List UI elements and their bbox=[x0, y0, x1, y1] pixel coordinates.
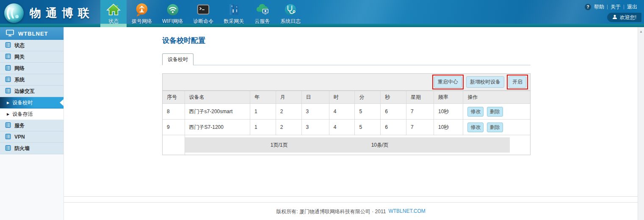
sidebar-item-label: 设备存活 bbox=[12, 111, 33, 118]
list-icon bbox=[5, 122, 11, 129]
annotation-box-restart: 重启中心 bbox=[432, 75, 464, 89]
cell-seq: 9 bbox=[163, 120, 185, 135]
nav-item-wifi-network[interactable]: WIFI网络 bbox=[157, 0, 188, 27]
toolbar: 重启中心 新增校时设备 开启 bbox=[163, 74, 530, 91]
sidebar-item-label: 防火墙 bbox=[14, 145, 30, 152]
user-icon bbox=[612, 14, 617, 21]
nav-item-system-log[interactable]: 系统日志 bbox=[275, 0, 306, 27]
triangle-right-icon: ▶ bbox=[7, 101, 9, 105]
cell-day: 3 bbox=[301, 120, 329, 135]
sidebar-subitem-device-timing[interactable]: ▶ 设备校时 bbox=[0, 97, 64, 109]
nav-item-dial-network[interactable]: 拨号网络 bbox=[127, 0, 157, 27]
sidebar-item-firewall[interactable]: 防火墙 bbox=[0, 143, 64, 154]
sidebar-item-system[interactable]: 系统 bbox=[0, 74, 64, 86]
welcome-badge: 欢迎您! bbox=[607, 13, 641, 22]
col-header-seq: 序号 bbox=[163, 91, 185, 104]
pagination-spacer-cell bbox=[163, 135, 185, 155]
cell-minute: 5 bbox=[355, 120, 381, 135]
sidebar-item-edge[interactable]: 边缘交互 bbox=[0, 86, 64, 97]
cell-device-name: 西门子s7-200smart bbox=[185, 104, 250, 120]
list-icon bbox=[5, 53, 11, 61]
tab-device-timing[interactable]: 设备校时 bbox=[162, 53, 193, 65]
sidebar-item-label: 网络 bbox=[14, 65, 25, 72]
delete-button[interactable]: 删除 bbox=[487, 107, 503, 117]
list-icon bbox=[5, 88, 11, 95]
list-icon bbox=[5, 42, 11, 49]
list-icon bbox=[5, 65, 11, 72]
nav-item-diagnostic[interactable]: 诊断命令 bbox=[188, 0, 218, 27]
cell-hour: 4 bbox=[329, 104, 355, 120]
scroll-up-arrow-icon[interactable]: ▲ bbox=[638, 30, 644, 33]
link-separator bbox=[624, 5, 624, 9]
cell-hour: 4 bbox=[329, 120, 355, 135]
system-log-icon bbox=[283, 2, 298, 17]
add-timing-device-button[interactable]: 新增校时设备 bbox=[466, 76, 504, 88]
col-header-month: 月 bbox=[276, 91, 301, 104]
nav-item-status[interactable]: 状态 bbox=[100, 0, 127, 27]
cell-seq: 8 bbox=[163, 104, 185, 120]
nav-item-data-gateway[interactable]: 数采网关 bbox=[218, 0, 249, 27]
sidebar-item-network[interactable]: 网络 bbox=[0, 63, 64, 74]
edit-button[interactable]: 修改 bbox=[467, 107, 484, 117]
cell-month: 2 bbox=[276, 104, 301, 120]
restart-center-button[interactable]: 重启中心 bbox=[434, 76, 462, 88]
terminal-icon bbox=[196, 2, 210, 17]
table-row: 8 西门子s7-200smart 1 2 3 4 5 6 7 10秒 修改 删除 bbox=[163, 104, 530, 120]
tab-strip: 设备校时 bbox=[162, 54, 531, 65]
logout-link[interactable]: 退出 bbox=[627, 3, 637, 11]
cloud-service-icon bbox=[255, 2, 269, 17]
nav-item-cloud-service[interactable]: 云服务 bbox=[249, 0, 275, 27]
welcome-text: 欢迎您! bbox=[620, 14, 636, 21]
delete-button[interactable]: 删除 bbox=[487, 123, 503, 132]
content-bottom-divider bbox=[64, 196, 638, 197]
sidebar-item-label: VPN bbox=[14, 134, 25, 140]
triangle-right-icon: ▶ bbox=[7, 112, 9, 116]
nav-label: 诊断命令 bbox=[193, 18, 213, 25]
list-icon bbox=[5, 145, 11, 152]
table-row: 9 西门子S7-1200 1 2 3 4 5 6 7 10秒 修改 删除 bbox=[163, 120, 530, 135]
cell-year: 1 bbox=[250, 120, 276, 135]
brand-sphere-icon bbox=[4, 3, 24, 23]
edit-button[interactable]: 修改 bbox=[467, 123, 484, 132]
about-link[interactable]: 关于 bbox=[611, 3, 621, 11]
home-icon bbox=[106, 2, 121, 17]
col-header-second: 秒 bbox=[381, 91, 406, 104]
device-timing-table: 序号 设备名 年 月 日 时 分 秒 星期 频率 操作 bbox=[163, 91, 530, 155]
vertical-scrollbar[interactable]: ▲ bbox=[638, 27, 644, 220]
app-header: 物通博联 状态 bbox=[0, 0, 644, 27]
sidebar-item-label: 网关 bbox=[14, 53, 25, 61]
copyright-text: 版权所有: 厦门物通博联网络科技有限公司 · 2011 bbox=[276, 208, 386, 215]
cell-actions: 修改 删除 bbox=[463, 120, 530, 135]
cell-frequency: 10秒 bbox=[434, 104, 463, 120]
cell-actions: 修改 删除 bbox=[463, 104, 530, 120]
sidebar-item-gateway[interactable]: 网关 bbox=[0, 51, 64, 63]
sidebar-item-label: 服务 bbox=[14, 122, 25, 129]
footer-link[interactable]: WTBLNET.COM bbox=[388, 208, 425, 214]
cell-month: 2 bbox=[276, 120, 301, 135]
help-link[interactable]: 帮助 bbox=[594, 3, 604, 11]
enable-button[interactable]: 开启 bbox=[509, 76, 526, 88]
cell-device-name: 西门子S7-1200 bbox=[185, 120, 250, 135]
nav-label: WIFI网络 bbox=[162, 18, 183, 25]
monitor-icon bbox=[6, 30, 14, 38]
sidebar-header: WTBLNET bbox=[0, 27, 64, 40]
help-icon: ? bbox=[585, 4, 591, 10]
sidebar-item-service[interactable]: 服务 bbox=[0, 120, 64, 131]
sidebar-item-label: 系统 bbox=[14, 76, 25, 84]
device-timing-panel: 重启中心 新增校时设备 开启 序号 设备名 年 月 bbox=[162, 73, 531, 155]
cell-minute: 5 bbox=[355, 104, 381, 120]
sidebar-subitem-device-alive[interactable]: ▶ 设备存活 bbox=[0, 109, 64, 120]
active-notch-icon bbox=[60, 99, 64, 106]
brand-logo[interactable]: 物通博联 bbox=[4, 3, 94, 23]
col-header-frequency: 频率 bbox=[434, 91, 463, 104]
cell-frequency: 10秒 bbox=[434, 120, 463, 135]
table-header-row: 序号 设备名 年 月 日 时 分 秒 星期 频率 操作 bbox=[163, 91, 530, 104]
pagination-row: 1页/1页 10条/页 bbox=[163, 135, 530, 155]
app-footer: 版权所有: 厦门物通博联网络科技有限公司 · 2011 WTBLNET.COM bbox=[64, 202, 638, 220]
cell-day: 3 bbox=[301, 104, 329, 120]
sidebar-item-status[interactable]: 状态 bbox=[0, 40, 64, 51]
col-header-hour: 时 bbox=[329, 91, 355, 104]
sidebar-item-label: 边缘交互 bbox=[14, 88, 35, 95]
sidebar-item-vpn[interactable]: VPN bbox=[0, 131, 64, 143]
pagination-cell: 1页/1页 10条/页 bbox=[185, 135, 530, 155]
